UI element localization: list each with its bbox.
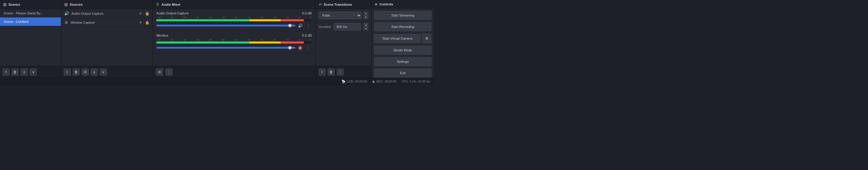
- scenes-footer: + 🗑 ∧ ∨: [0, 66, 61, 78]
- controls-icon: ◈: [375, 2, 378, 6]
- source-visibility-icon[interactable]: 👁: [139, 11, 143, 15]
- sources-panel-header: ▦ Sources: [61, 0, 153, 9]
- scenes-panel-icon: ▦: [3, 2, 7, 7]
- source-type-icon: 🔊: [64, 11, 69, 15]
- fader-track[interactable]: [156, 25, 296, 27]
- source-item[interactable]: 🖥 Window Capture 👁 🔒: [61, 18, 153, 27]
- transition-type-row: Fade Cut Swipe Slide Stinger ▲ ▼: [315, 9, 371, 22]
- sources-footer: + 🗑 ⚙ ∧ ∨: [61, 66, 153, 78]
- sources-add-button[interactable]: +: [64, 69, 71, 76]
- sources-panel-icon: ▦: [64, 2, 68, 7]
- rec-time: 00:00:00: [385, 80, 397, 83]
- mute-button[interactable]: 🔊: [297, 23, 303, 29]
- mixer-channel: Mic/Aux 0.0 dB -60-55-50-45-40-35-30-25-…: [153, 31, 315, 53]
- controls-panel: ◈ Controls Start Streaming Start Recordi…: [372, 0, 434, 78]
- live-time: 00:00:00: [355, 80, 367, 83]
- sources-delete-button[interactable]: 🗑: [73, 69, 80, 76]
- duration-up[interactable]: ▲: [364, 23, 368, 27]
- channel-db: 0.0 dB: [302, 34, 312, 37]
- live-icon: 📡: [341, 80, 346, 84]
- status-bar: 📡 LIVE: 00:00:00 ⏺ REC: 00:00:00 CPU: 2.…: [0, 78, 434, 85]
- duration-down[interactable]: ▼: [364, 27, 368, 31]
- channel-more-button[interactable]: ⋮: [305, 23, 312, 29]
- mute-button[interactable]: 🔇: [297, 45, 303, 51]
- transition-type-up[interactable]: ▲: [364, 11, 368, 15]
- source-visibility-icon[interactable]: 👁: [139, 20, 143, 25]
- scene-transitions-title: Scene Transitions: [324, 3, 352, 6]
- source-lock-icon[interactable]: 🔒: [145, 20, 150, 25]
- scenes-panel-title: Scenes: [8, 3, 20, 6]
- duration-label: Duration: [318, 25, 331, 29]
- sources-up-button[interactable]: ∧: [91, 69, 98, 76]
- transition-add-button[interactable]: +: [318, 69, 326, 76]
- duration-spinners: ▲ ▼: [364, 23, 368, 31]
- settings-button[interactable]: Settings: [374, 57, 432, 66]
- audio-mixer-header: 🎚 Audio Mixer: [153, 0, 315, 9]
- fader-thumb: [288, 24, 292, 27]
- scenes-up-button[interactable]: ∧: [21, 69, 28, 76]
- audio-mixer-title: Audio Mixer: [161, 3, 181, 6]
- start-virtual-camera-button[interactable]: Start Virtual Camera: [374, 34, 421, 43]
- live-label: LIVE:: [347, 80, 354, 83]
- audio-mixer-panel: 🎚 Audio Mixer Audio Output Capture 0.0 d…: [153, 0, 315, 78]
- fader-row: 🔇 ⋮: [156, 45, 312, 51]
- duration-row: Duration 300 ms ▲ ▼: [315, 22, 371, 32]
- fader-track[interactable]: [156, 47, 296, 49]
- source-item[interactable]: 🔊 Audio Output Capture 👁 🔒: [61, 9, 153, 18]
- source-name-label: Audio Output Capture: [71, 12, 136, 15]
- mixer-more-button[interactable]: ⋮: [165, 69, 173, 76]
- sources-settings-button[interactable]: ⚙: [82, 69, 89, 76]
- virtual-camera-row: Start Virtual Camera ⚙: [374, 34, 432, 43]
- scene-item[interactable]: Scene - Livefeed: [0, 17, 61, 26]
- channel-name: Mic/Aux: [156, 34, 168, 37]
- virtual-camera-gear-button[interactable]: ⚙: [422, 34, 432, 43]
- mixer-channel: Audio Output Capture 0.0 dB -60-55-50-45…: [153, 9, 315, 31]
- audio-mixer-channels: Audio Output Capture 0.0 dB -60-55-50-45…: [153, 9, 315, 66]
- channel-db: 0.0 dB: [302, 11, 312, 15]
- scenes-panel-header: ▦ Scenes: [0, 0, 61, 9]
- meter-scale: -60-55-50-45-40-35-30-25-20-15-10-50: [156, 16, 312, 19]
- transition-delete-button[interactable]: 🗑: [328, 69, 335, 76]
- channel-more-button[interactable]: ⋮: [305, 45, 312, 51]
- sources-panel: ▦ Sources 🔊 Audio Output Capture 👁 🔒 🖥 W…: [61, 0, 153, 78]
- controls-title: Controls: [379, 2, 393, 6]
- transition-type-spinners: ▲ ▼: [364, 11, 368, 19]
- source-lock-icon[interactable]: 🔒: [145, 11, 150, 15]
- start-streaming-button[interactable]: Start Streaming: [374, 11, 432, 20]
- sources-panel-title: Sources: [70, 3, 83, 6]
- duration-value: 300 ms: [334, 23, 361, 31]
- audio-mixer-footer: ⚙ ⋮: [153, 66, 315, 78]
- audio-mixer-icon: 🎚: [156, 2, 160, 7]
- scenes-add-button[interactable]: +: [2, 69, 10, 76]
- exit-button[interactable]: Exit: [374, 69, 432, 78]
- meter-bar: [156, 41, 312, 44]
- scene-item[interactable]: Scene - Please Stand By...: [0, 9, 61, 17]
- studio-mode-button[interactable]: Studio Mode: [374, 46, 432, 55]
- scene-transitions-content: Fade Cut Swipe Slide Stinger ▲ ▼ Duratio…: [315, 9, 371, 66]
- source-name-label: Window Capture: [70, 21, 136, 24]
- live-status: 📡 LIVE: 00:00:00: [341, 80, 367, 84]
- mixer-channel-header: Mic/Aux 0.0 dB: [156, 34, 312, 37]
- scene-transitions-header: ⇌ Scene Transitions: [315, 0, 371, 9]
- meter-bar: [156, 19, 312, 21]
- channel-name: Audio Output Capture: [156, 11, 188, 15]
- scene-transitions-panel: ⇌ Scene Transitions Fade Cut Swipe Slide…: [315, 0, 372, 78]
- transition-type-select[interactable]: Fade Cut Swipe Slide Stinger: [318, 11, 362, 19]
- cpu-status: CPU: 2.2%, 30.00 fps: [401, 80, 430, 83]
- start-recording-button[interactable]: Start Recording: [374, 22, 432, 31]
- scene-transitions-footer: + 🗑 ⋮: [315, 66, 371, 78]
- controls-header: ◈ Controls: [372, 0, 434, 8]
- scene-transitions-icon: ⇌: [318, 2, 322, 7]
- transition-type-down[interactable]: ▼: [364, 15, 368, 19]
- mixer-channel-header: Audio Output Capture 0.0 dB: [156, 11, 312, 15]
- sources-down-button[interactable]: ∨: [100, 69, 107, 76]
- scenes-down-button[interactable]: ∨: [30, 69, 37, 76]
- fader-thumb: [288, 46, 292, 50]
- fader-row: 🔊 ⋮: [156, 23, 312, 29]
- scenes-list: Scene - Please Stand By...Scene - Livefe…: [0, 9, 61, 66]
- meter-scale: -60-55-50-45-40-35-30-25-20-15-10-50: [156, 38, 312, 41]
- transition-more-button[interactable]: ⋮: [337, 69, 344, 76]
- mixer-settings-button[interactable]: ⚙: [156, 69, 163, 76]
- source-type-icon: 🖥: [64, 20, 68, 25]
- scenes-delete-button[interactable]: 🗑: [11, 69, 19, 76]
